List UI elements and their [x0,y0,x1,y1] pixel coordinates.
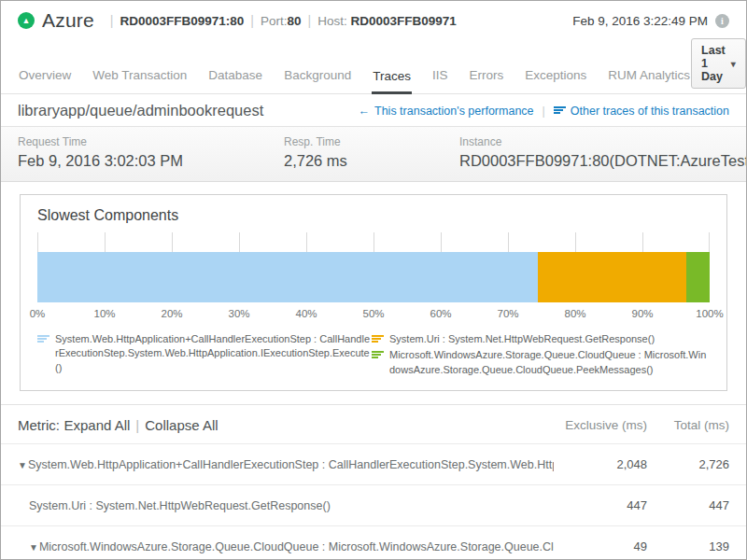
back-arrow-icon: ← [359,105,371,118]
table-row: ▼System.Web.HttpApplication+CallHandlerE… [1,443,746,484]
collapse-all-link[interactable]: Collapse All [145,417,218,433]
total-ms: 2,726 [647,457,729,471]
info-icon[interactable]: i [715,14,729,28]
current-timestamp: Feb 9, 2016 3:22:49 PM [572,14,708,28]
column-header-exclusive: Exclusive (ms) [554,418,647,432]
metric-name: Microsoft.WindowsAzure.Storage.Queue.Clo… [39,540,554,553]
slowest-components-panel: Slowest Components 0% 10% 20% 30% 40% 50… [20,194,727,391]
instance: Instance RD0003FFB09971:80(DOTNET:AzureT… [459,135,747,170]
tab-rum-analytics[interactable]: RUM Analytics [607,63,691,93]
separator: | [308,13,312,28]
tab-database[interactable]: Database [207,63,263,93]
legend-bars-icon-green [372,351,384,377]
trace-header: libraryapp/queue/adminbookrequest ← This… [1,94,746,126]
chart-legend: System.Web.HttpApplication+CallHandlerEx… [37,332,710,379]
time-range-dropdown[interactable]: Last 1 Day ▾ [691,38,746,89]
chevron-down-icon: ▾ [731,59,736,69]
exclusive-ms: 447 [554,498,647,512]
metric-name: System.Uri : System.Net.HttpWebRequest.G… [29,499,331,512]
legend-item-execute: System.Web.HttpApplication+CallHandlerEx… [37,332,372,375]
bar-segment-peekmessages[interactable] [686,252,710,302]
table-row: System.Uri : System.Net.HttpWebRequest.G… [1,484,746,525]
bar-segment-execute[interactable] [37,252,538,302]
trace-links: ← This transaction's performance | Other… [359,105,729,118]
legend-item-peekmessages: Microsoft.WindowsAzure.Storage.Queue.Clo… [372,348,710,377]
tab-overview[interactable]: Overview [18,63,72,93]
exclusive-ms: 49 [554,539,647,553]
app-window: ▲ Azure | RD0003FFB09971:80 | Port:80 | … [0,0,747,560]
tab-exceptions[interactable]: Exceptions [524,63,587,93]
panel-title: Slowest Components [37,207,710,224]
separator: | [250,13,254,28]
transaction-performance-link[interactable]: ← This transaction's performance [359,105,534,118]
request-time: Request Time Feb 9, 2016 3:02:03 PM [18,135,284,170]
legend-bars-icon-blue [37,335,49,375]
instance-id: RD0003FFB09971:80 [120,14,245,28]
trace-title: libraryapp/queue/adminbookrequest [18,102,263,119]
total-ms: 139 [647,539,729,553]
tab-background[interactable]: Background [283,63,352,93]
nav-bar: Overview Web Transaction Database Backgr… [1,38,746,94]
legend-bars-icon-yellow [372,335,384,346]
metric-label: Metric: [18,417,60,433]
trace-list-icon [554,106,566,115]
bar-segment-getresponse[interactable] [538,252,685,302]
health-status-icon: ▲ [18,12,35,29]
legend-item-getresponse: System.Uri : System.Net.HttpWebRequest.G… [372,332,710,346]
trace-summary: Request Time Feb 9, 2016 3:02:03 PM Resp… [1,126,746,182]
other-traces-link[interactable]: Other traces of this transaction [554,105,729,118]
port-info: Port:80 [261,14,302,28]
app-header: ▲ Azure | RD0003FFB09971:80 | Port:80 | … [1,1,746,38]
nav-actions: Last 1 Day ▾ ≡ [691,38,747,89]
tab-list: Overview Web Transaction Database Backgr… [18,63,691,93]
column-header-total: Total (ms) [647,418,729,432]
app-name: Azure [42,9,94,32]
metrics-table-header: Metric: Expand All | Collapse All Exclus… [1,404,746,443]
exclusive-ms: 2,048 [554,457,647,471]
stacked-bar-chart [37,232,710,302]
total-ms: 447 [647,498,729,512]
x-axis-labels: 0% 10% 20% 30% 40% 50% 60% 70% 80% 90% 1… [37,308,710,322]
collapse-toggle-icon[interactable]: ▼ [18,460,27,470]
metric-name: System.Web.HttpApplication+CallHandlerEx… [28,458,554,471]
expand-all-link[interactable]: Expand All [63,417,130,433]
separator: | [110,13,114,28]
tab-web-transaction[interactable]: Web Transaction [92,63,188,93]
tab-iis[interactable]: IIS [431,63,449,93]
collapse-toggle-icon[interactable]: ▼ [29,542,38,553]
component-time-bar [37,252,710,302]
response-time: Resp. Time 2,726 ms [284,135,459,170]
separator: | [135,417,139,433]
tab-errors[interactable]: Errors [468,63,504,93]
host-info: Host: RD0003FFB09971 [317,14,457,28]
tab-traces[interactable]: Traces [372,63,412,94]
separator: | [543,105,545,118]
table-row: ▼Microsoft.WindowsAzure.Storage.Queue.Cl… [1,525,746,560]
